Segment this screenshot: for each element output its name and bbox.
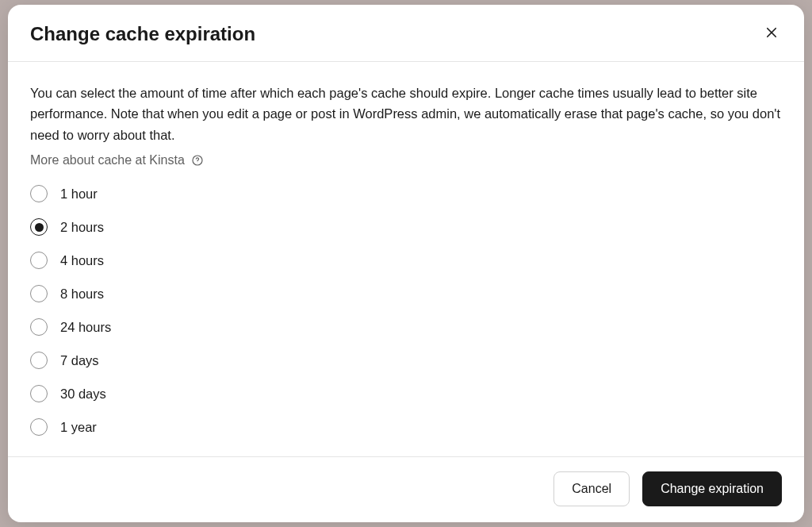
modal-description: You can select the amount of time after …: [30, 83, 782, 145]
svg-point-3: [197, 163, 197, 163]
radio-button[interactable]: [30, 385, 48, 402]
radio-button[interactable]: [30, 218, 48, 236]
more-about-cache-link[interactable]: More about cache at Kinsta: [30, 153, 204, 167]
cancel-button[interactable]: Cancel: [553, 471, 630, 506]
modal-footer: Cancel Change expiration: [8, 456, 804, 522]
radio-button[interactable]: [30, 352, 48, 369]
radio-button[interactable]: [30, 285, 48, 302]
close-icon: [764, 25, 779, 42]
modal-body: You can select the amount of time after …: [8, 62, 804, 456]
radio-label: 4 hours: [60, 253, 104, 268]
radio-label: 1 year: [60, 420, 97, 435]
radio-button[interactable]: [30, 252, 48, 269]
more-link-text: More about cache at Kinsta: [30, 153, 185, 167]
radio-button[interactable]: [30, 418, 48, 436]
radio-option[interactable]: 24 hours: [30, 318, 782, 336]
radio-label: 1 hour: [60, 187, 98, 202]
radio-label: 24 hours: [60, 320, 111, 335]
radio-label: 30 days: [60, 387, 106, 402]
radio-label: 7 days: [60, 353, 99, 368]
modal-title: Change cache expiration: [30, 23, 255, 45]
radio-button[interactable]: [30, 185, 48, 202]
radio-label: 2 hours: [60, 220, 104, 235]
radio-option[interactable]: 2 hours: [30, 218, 782, 236]
change-expiration-button[interactable]: Change expiration: [642, 471, 782, 506]
expiration-radio-group: 1 hour2 hours4 hours8 hours24 hours7 day…: [30, 185, 782, 436]
radio-label: 8 hours: [60, 287, 104, 302]
close-button[interactable]: [761, 22, 782, 45]
change-cache-expiration-modal: Change cache expiration You can select t…: [8, 5, 804, 522]
radio-option[interactable]: 1 year: [30, 418, 782, 436]
radio-option[interactable]: 8 hours: [30, 285, 782, 302]
help-icon: [191, 154, 204, 167]
modal-header: Change cache expiration: [8, 5, 804, 62]
radio-option[interactable]: 4 hours: [30, 252, 782, 269]
radio-option[interactable]: 30 days: [30, 385, 782, 402]
radio-option[interactable]: 7 days: [30, 352, 782, 369]
radio-option[interactable]: 1 hour: [30, 185, 782, 202]
radio-button[interactable]: [30, 318, 48, 336]
